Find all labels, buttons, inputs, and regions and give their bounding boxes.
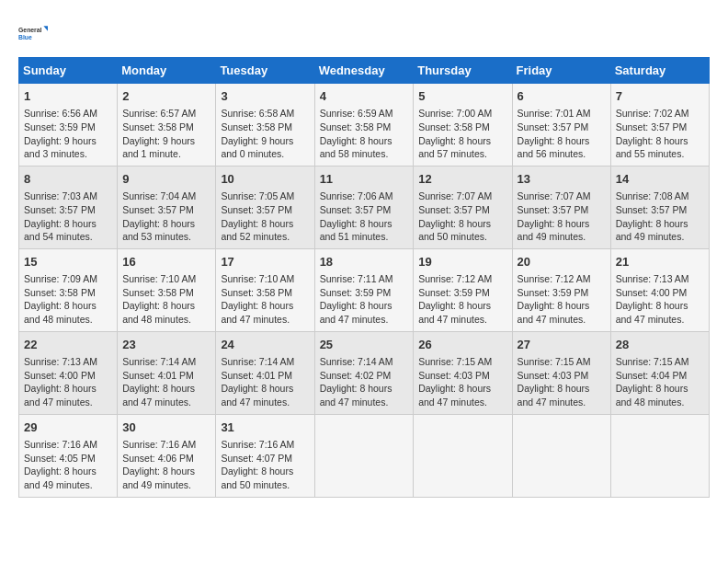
calendar-cell: 26Sunrise: 7:15 AMSunset: 4:03 PMDayligh… — [414, 331, 512, 414]
day-number: 7 — [616, 88, 704, 105]
day-number: 22 — [24, 337, 112, 353]
calendar-cell: 6Sunrise: 7:01 AMSunset: 3:57 PMDaylight… — [512, 84, 610, 167]
calendar-cell — [414, 414, 512, 497]
day-number: 24 — [221, 337, 309, 353]
day-header-tuesday: Tuesday — [216, 58, 314, 84]
calendar-cell: 27Sunrise: 7:15 AMSunset: 4:03 PMDayligh… — [512, 331, 610, 414]
calendar-cell: 16Sunrise: 7:10 AMSunset: 3:58 PMDayligh… — [118, 248, 216, 331]
day-number: 2 — [122, 88, 210, 105]
day-number: 3 — [221, 88, 309, 105]
calendar-cell: 17Sunrise: 7:10 AMSunset: 3:58 PMDayligh… — [216, 248, 314, 331]
calendar-cell — [512, 414, 610, 497]
calendar-week-row: 29Sunrise: 7:16 AMSunset: 4:05 PMDayligh… — [19, 414, 710, 497]
day-info: Sunrise: 6:56 AMSunset: 3:59 PMDaylight:… — [24, 107, 112, 161]
day-number: 9 — [122, 171, 210, 188]
day-info: Sunrise: 7:01 AMSunset: 3:57 PMDaylight:… — [518, 107, 606, 161]
day-info: Sunrise: 7:16 AMSunset: 4:05 PMDaylight:… — [24, 438, 112, 492]
day-info: Sunrise: 7:08 AMSunset: 3:57 PMDaylight:… — [616, 190, 704, 244]
day-info: Sunrise: 7:09 AMSunset: 3:58 PMDaylight:… — [24, 272, 112, 327]
day-info: Sunrise: 7:14 AMSunset: 4:02 PMDaylight:… — [320, 355, 409, 409]
day-number: 30 — [122, 419, 210, 436]
day-number: 15 — [24, 254, 112, 270]
day-header-sunday: Sunday — [19, 58, 118, 84]
calendar-cell: 8Sunrise: 7:03 AMSunset: 3:57 PMDaylight… — [19, 166, 118, 248]
day-info: Sunrise: 7:16 AMSunset: 4:07 PMDaylight:… — [221, 438, 309, 492]
day-number: 29 — [24, 419, 112, 436]
calendar-cell: 21Sunrise: 7:13 AMSunset: 4:00 PMDayligh… — [610, 248, 709, 331]
day-number: 13 — [518, 171, 606, 188]
day-number: 14 — [616, 171, 704, 188]
calendar-cell — [610, 414, 709, 497]
calendar-cell: 12Sunrise: 7:07 AMSunset: 3:57 PMDayligh… — [414, 166, 512, 248]
day-number: 19 — [418, 254, 506, 270]
day-info: Sunrise: 7:15 AMSunset: 4:03 PMDaylight:… — [518, 355, 606, 409]
svg-text:General: General — [18, 27, 42, 33]
day-number: 1 — [24, 88, 112, 105]
day-info: Sunrise: 7:00 AMSunset: 3:58 PMDaylight:… — [418, 107, 506, 161]
day-number: 11 — [320, 171, 409, 188]
day-number: 4 — [320, 88, 409, 105]
day-number: 5 — [418, 88, 506, 105]
day-info: Sunrise: 7:16 AMSunset: 4:06 PMDaylight:… — [122, 438, 210, 492]
day-info: Sunrise: 7:15 AMSunset: 4:04 PMDaylight:… — [616, 355, 704, 409]
day-info: Sunrise: 7:05 AMSunset: 3:57 PMDaylight:… — [221, 190, 309, 244]
day-number: 31 — [221, 419, 309, 436]
day-header-monday: Monday — [118, 58, 216, 84]
calendar-cell — [314, 414, 414, 497]
calendar-cell: 19Sunrise: 7:12 AMSunset: 3:59 PMDayligh… — [414, 248, 512, 331]
day-number: 21 — [616, 254, 704, 270]
calendar-header-row: SundayMondayTuesdayWednesdayThursdayFrid… — [19, 58, 710, 84]
calendar-week-row: 15Sunrise: 7:09 AMSunset: 3:58 PMDayligh… — [19, 248, 710, 331]
day-info: Sunrise: 7:15 AMSunset: 4:03 PMDaylight:… — [418, 355, 506, 409]
day-number: 6 — [518, 88, 606, 105]
calendar-cell: 1Sunrise: 6:56 AMSunset: 3:59 PMDaylight… — [19, 84, 118, 167]
day-header-thursday: Thursday — [414, 58, 512, 84]
calendar-week-row: 22Sunrise: 7:13 AMSunset: 4:00 PMDayligh… — [19, 331, 710, 414]
header: General Blue — [18, 18, 710, 48]
day-number: 23 — [122, 337, 210, 353]
calendar-cell: 29Sunrise: 7:16 AMSunset: 4:05 PMDayligh… — [19, 414, 118, 497]
calendar-cell: 20Sunrise: 7:12 AMSunset: 3:59 PMDayligh… — [512, 248, 610, 331]
logo: General Blue — [18, 18, 48, 48]
logo-icon: General Blue — [18, 18, 48, 48]
day-number: 27 — [518, 337, 606, 353]
day-number: 12 — [418, 171, 506, 188]
day-info: Sunrise: 7:13 AMSunset: 4:00 PMDaylight:… — [616, 272, 704, 327]
day-info: Sunrise: 7:12 AMSunset: 3:59 PMDaylight:… — [418, 272, 506, 327]
day-number: 20 — [518, 254, 606, 270]
calendar-cell: 5Sunrise: 7:00 AMSunset: 3:58 PMDaylight… — [414, 84, 512, 167]
day-info: Sunrise: 7:14 AMSunset: 4:01 PMDaylight:… — [122, 355, 210, 409]
calendar-week-row: 1Sunrise: 6:56 AMSunset: 3:59 PMDaylight… — [19, 84, 710, 167]
day-info: Sunrise: 7:03 AMSunset: 3:57 PMDaylight:… — [24, 190, 112, 244]
day-info: Sunrise: 7:02 AMSunset: 3:57 PMDaylight:… — [616, 107, 704, 161]
calendar-cell: 22Sunrise: 7:13 AMSunset: 4:00 PMDayligh… — [19, 331, 118, 414]
svg-text:Blue: Blue — [18, 34, 32, 40]
day-header-saturday: Saturday — [610, 58, 709, 84]
day-info: Sunrise: 7:06 AMSunset: 3:57 PMDaylight:… — [320, 190, 409, 244]
calendar-cell: 23Sunrise: 7:14 AMSunset: 4:01 PMDayligh… — [118, 331, 216, 414]
calendar-cell: 10Sunrise: 7:05 AMSunset: 3:57 PMDayligh… — [216, 166, 314, 248]
day-info: Sunrise: 6:57 AMSunset: 3:58 PMDaylight:… — [122, 107, 210, 161]
day-number: 26 — [418, 337, 506, 353]
day-info: Sunrise: 7:11 AMSunset: 3:59 PMDaylight:… — [320, 272, 409, 327]
day-info: Sunrise: 6:59 AMSunset: 3:58 PMDaylight:… — [320, 107, 409, 161]
calendar-cell: 13Sunrise: 7:07 AMSunset: 3:57 PMDayligh… — [512, 166, 610, 248]
day-number: 8 — [24, 171, 112, 188]
calendar-cell: 24Sunrise: 7:14 AMSunset: 4:01 PMDayligh… — [216, 331, 314, 414]
calendar-cell: 30Sunrise: 7:16 AMSunset: 4:06 PMDayligh… — [118, 414, 216, 497]
day-info: Sunrise: 7:07 AMSunset: 3:57 PMDaylight:… — [418, 190, 506, 244]
day-info: Sunrise: 7:04 AMSunset: 3:57 PMDaylight:… — [122, 190, 210, 244]
day-info: Sunrise: 7:10 AMSunset: 3:58 PMDaylight:… — [221, 272, 309, 327]
calendar-cell: 7Sunrise: 7:02 AMSunset: 3:57 PMDaylight… — [610, 84, 709, 167]
calendar-cell: 31Sunrise: 7:16 AMSunset: 4:07 PMDayligh… — [216, 414, 314, 497]
calendar-cell: 9Sunrise: 7:04 AMSunset: 3:57 PMDaylight… — [118, 166, 216, 248]
day-header-friday: Friday — [512, 58, 610, 84]
day-info: Sunrise: 7:10 AMSunset: 3:58 PMDaylight:… — [122, 272, 210, 327]
calendar-cell: 28Sunrise: 7:15 AMSunset: 4:04 PMDayligh… — [610, 331, 709, 414]
calendar-cell: 3Sunrise: 6:58 AMSunset: 3:58 PMDaylight… — [216, 84, 314, 167]
calendar-cell: 2Sunrise: 6:57 AMSunset: 3:58 PMDaylight… — [118, 84, 216, 167]
calendar-cell: 14Sunrise: 7:08 AMSunset: 3:57 PMDayligh… — [610, 166, 709, 248]
day-info: Sunrise: 7:12 AMSunset: 3:59 PMDaylight:… — [518, 272, 606, 327]
day-number: 10 — [221, 171, 309, 188]
day-number: 16 — [122, 254, 210, 270]
